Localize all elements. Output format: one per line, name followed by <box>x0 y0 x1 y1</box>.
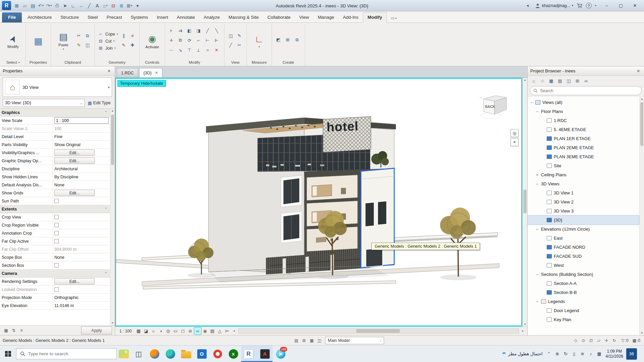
browser-schedules-icon[interactable]: ▤ <box>556 77 564 85</box>
linework-icon[interactable]: ╱ <box>227 42 234 49</box>
properties-button[interactable]: ▦ <box>29 36 48 47</box>
mirror-draw-axis-icon[interactable]: ◨ <box>195 27 202 34</box>
property-checkbox-crop-region-visible[interactable] <box>54 223 59 227</box>
tab-massing-site[interactable]: Massing & Site <box>224 12 263 22</box>
mirror-pick-axis-icon[interactable]: ◧ <box>186 27 193 34</box>
modify-button[interactable]: ➤ Modify <box>3 34 23 49</box>
browser-link-icon[interactable]: ∞ <box>582 77 590 85</box>
create-similar-icon[interactable]: ⧉ <box>293 36 301 44</box>
selected-generic-model[interactable] <box>361 168 394 268</box>
background-processes-icon[interactable]: ↻ <box>611 337 618 344</box>
collapse-section-icon[interactable]: ⌃ <box>102 111 110 114</box>
tree-item-site[interactable]: Site <box>528 161 639 170</box>
worksets-dialog-icon[interactable]: ⊞ <box>301 337 307 344</box>
tree-item-plan-1er-etage[interactable]: PLAN 1ER ETAGE <box>528 134 639 143</box>
trim-extend-multiple-icon[interactable]: ⊩ <box>213 37 220 44</box>
canvas-horizontal-scrollbar[interactable] <box>238 328 519 334</box>
cope-button[interactable]: ⌐ Cope ▾ <box>98 31 118 37</box>
opera-icon[interactable] <box>210 346 225 362</box>
property-checkbox-sun-path[interactable] <box>54 199 59 203</box>
tree-toggle-icon[interactable]: − <box>535 182 539 186</box>
edit-pinned-icon[interactable]: ⊙ <box>580 337 587 344</box>
tree-item-views-all[interactable]: −Views (all) <box>528 98 639 107</box>
tab-add-ins[interactable]: Add-Ins <box>338 12 363 22</box>
revit-app-icon[interactable]: R <box>2 1 11 10</box>
thin-lines-icon[interactable]: ≣ <box>117 1 125 10</box>
match-type-properties-icon[interactable]: ✎ <box>75 42 83 49</box>
security-tray-icon[interactable]: ⊕ <box>554 351 561 356</box>
start-button[interactable] <box>0 346 16 362</box>
cut-button[interactable]: ⊟ Cut ▾ <box>98 38 118 44</box>
tree-item-elevations-12mm-circle[interactable]: −Elevations (12mm Circle) <box>528 225 639 234</box>
property-section-extents[interactable]: Extents⌃ <box>0 205 110 213</box>
tree-item-key-plan[interactable]: Key Plan <box>528 315 639 324</box>
tree-toggle-icon[interactable]: − <box>530 100 533 105</box>
browser-views-icon[interactable]: ▦ <box>547 77 555 85</box>
adobe-icon[interactable]: A <box>257 346 273 362</box>
property-section-graphics[interactable]: Graphics⌃ <box>0 109 110 117</box>
browser-home-icon[interactable]: ⌂ <box>530 77 538 85</box>
hide-analytical-icon[interactable]: △ <box>216 327 223 335</box>
tab-systems[interactable]: Systems <box>126 12 153 22</box>
sort-ascending-icon[interactable]: ⇅ <box>10 327 17 334</box>
create-group-icon[interactable]: ⊞ <box>284 36 291 44</box>
tab-view[interactable]: View <box>295 12 313 22</box>
tab-insert[interactable]: Insert <box>152 12 172 22</box>
property-input-view-scale[interactable] <box>54 117 109 124</box>
scroll-left-icon[interactable]: ◄ <box>231 328 237 334</box>
default-3d-view-icon[interactable]: ⌂▾ <box>101 1 109 10</box>
cart-icon[interactable] <box>577 3 583 8</box>
property-edit-button-graphic-display-op[interactable]: Edit... <box>54 158 95 164</box>
tree-item-legends[interactable]: −Legends <box>528 297 639 306</box>
browser-search-input[interactable] <box>540 88 638 93</box>
redo-icon[interactable]: ↷▾ <box>45 1 53 10</box>
hidden-icons-chevron[interactable]: ⌃ <box>546 351 552 356</box>
tree-item-floor-plans[interactable]: −Floor Plans <box>528 107 639 116</box>
taskbar-clock[interactable]: 1:09 PM 4/11/2026 <box>606 349 624 359</box>
exclude-options-icon[interactable]: ◇ <box>572 337 579 344</box>
rotate-tool-icon[interactable]: ⟳ <box>186 37 193 44</box>
tab-modify[interactable]: Modify <box>363 12 387 23</box>
tree-toggle-icon[interactable]: − <box>535 109 539 114</box>
property-checkbox-far-clip-active[interactable] <box>54 239 59 243</box>
tree-item-section-b-b[interactable]: Section B-B <box>528 288 639 297</box>
notification-center-button[interactable]: 36 <box>626 348 637 360</box>
print-icon[interactable]: ⎙ <box>53 1 61 10</box>
tree-item-3d-view-2[interactable]: 3D View 2 <box>528 197 639 206</box>
select-links-icon[interactable]: ⊡ <box>588 337 594 344</box>
tree-item-1-rdc[interactable]: 1.RDC <box>528 116 639 125</box>
trim-extend-corner-icon[interactable]: ⌐ <box>195 37 202 44</box>
tree-toggle-icon[interactable]: + <box>535 173 539 177</box>
properties-close-icon[interactable]: ✕ <box>106 68 112 74</box>
selection-count[interactable]: ▦:0 <box>632 338 641 343</box>
building-model[interactable]: hotel <box>206 116 396 275</box>
news-interests-widget[interactable] <box>117 346 131 362</box>
tab-collaborate[interactable]: Collaborate <box>263 12 295 22</box>
scroll-up-icon[interactable]: ▲ <box>110 109 115 113</box>
tab-file[interactable]: File <box>2 12 22 22</box>
property-edit-button-show-grids[interactable]: Edit... <box>54 190 95 196</box>
detail-level-icon[interactable]: ▦ <box>135 327 142 335</box>
edge-icon[interactable] <box>162 346 178 362</box>
select-panel-label[interactable]: Select ▾ <box>1 59 25 66</box>
scroll-right-icon[interactable]: ► <box>520 328 526 334</box>
update-tray-icon[interactable]: ↻ <box>562 351 569 356</box>
tab-architecture[interactable]: Architecture <box>23 12 56 22</box>
taskbar-search-box[interactable] <box>16 348 117 359</box>
view-scale-control[interactable]: 1 : 100 <box>117 329 135 334</box>
project-browser-close-icon[interactable]: ✕ <box>635 68 641 74</box>
unpin-tool-icon[interactable]: ⊥ <box>195 46 202 54</box>
tree-item-plan-2eme-etage[interactable]: PLAN 2EME ETAGE <box>528 143 639 152</box>
tree-item-3d-view-1[interactable]: 3D View 1 <box>528 188 639 197</box>
crop-view-icon[interactable]: ▭ <box>172 327 179 335</box>
viewcube-home-icon[interactable]: ⌂ <box>480 95 482 99</box>
split-face-icon[interactable]: ✚ <box>129 42 136 49</box>
temporary-view-properties-icon[interactable]: ▤ <box>209 327 216 335</box>
visual-style-icon[interactable]: ◪ <box>143 327 150 335</box>
tree-item-east[interactable]: East <box>528 234 639 243</box>
hide-elements-icon[interactable]: ◫ <box>227 32 234 40</box>
properties-filter-icon[interactable]: ▦ <box>3 327 9 334</box>
section-icon[interactable]: ⊟ <box>109 1 117 10</box>
view-tab-1-rdc[interactable]: 1.RDC <box>117 68 138 77</box>
browser-star-icon[interactable]: ☆ <box>539 77 546 85</box>
